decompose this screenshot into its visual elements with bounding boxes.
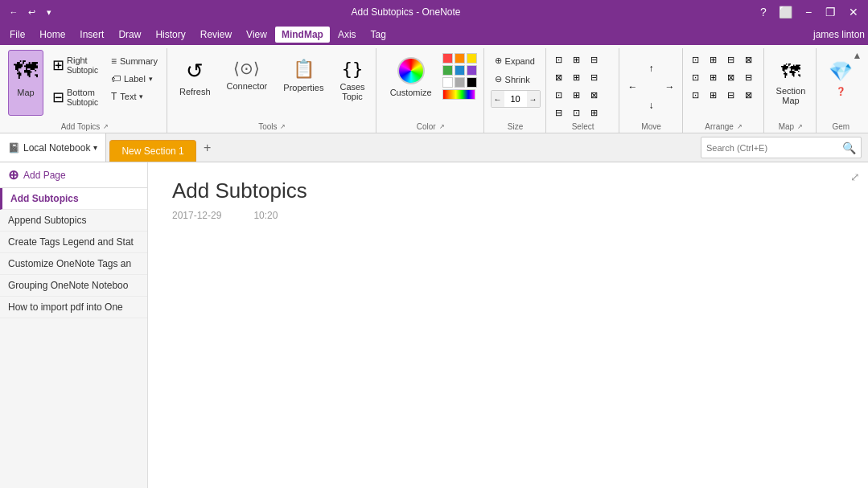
color-swatch-active[interactable] <box>442 89 475 100</box>
arrange-btn-4[interactable]: ⊠ <box>741 51 757 68</box>
select-btn-11[interactable]: ⊡ <box>569 105 585 121</box>
page-item-customize-onenote[interactable]: Customize OneNote Tags an <box>0 253 147 275</box>
dropdown-arrow[interactable]: ▾ <box>42 5 56 19</box>
map-button[interactable]: 🗺 Map <box>8 50 43 116</box>
restore-button[interactable]: ⬜ <box>778 4 794 20</box>
arrange-btn-12[interactable]: ⊠ <box>741 87 757 103</box>
minimize-button[interactable]: − <box>800 4 817 20</box>
move-left-button[interactable]: ← <box>624 78 642 96</box>
page-item-create-tags[interactable]: Create Tags Legend and Stat <box>0 232 147 253</box>
properties-icon: 📋 <box>293 59 315 80</box>
select-btn-6[interactable]: ⊟ <box>586 69 603 85</box>
notebook-selector[interactable]: 📓 Local Notebook ▾ <box>0 133 106 162</box>
arrange-expand-icon[interactable]: ↗ <box>737 123 743 130</box>
menu-mindmap[interactable]: MindMap <box>275 27 330 43</box>
arrange-btn-10[interactable]: ⊞ <box>706 87 722 103</box>
search-button[interactable]: 🔍 <box>842 141 856 154</box>
menu-draw[interactable]: Draw <box>112 27 147 43</box>
note-expand-button[interactable]: ⤢ <box>850 170 860 183</box>
text-button[interactable]: T Text ▾ <box>107 88 162 105</box>
move-up-button[interactable]: ↑ <box>643 59 660 77</box>
menu-view[interactable]: View <box>240 27 274 43</box>
label-button[interactable]: 🏷 Label ▾ <box>107 71 162 87</box>
select-btn-3[interactable]: ⊟ <box>586 51 603 68</box>
page-item-add-subtopics[interactable]: Add Subtopics <box>0 188 147 210</box>
move-down-button[interactable]: ↓ <box>643 96 660 114</box>
color-swatch-2[interactable] <box>455 53 465 64</box>
arrange-btn-1[interactable]: ⊡ <box>688 51 704 68</box>
note-content[interactable] <box>172 237 844 398</box>
arrange-btn-11[interactable]: ⊟ <box>723 87 739 103</box>
select-btn-12[interactable]: ⊞ <box>586 105 603 121</box>
select-btn-2[interactable]: ⊞ <box>569 51 585 68</box>
section-map-button[interactable]: 🗺 SectionMap <box>771 53 812 119</box>
undo-button[interactable]: ↩ <box>24 5 39 19</box>
menu-insert[interactable]: Insert <box>73 27 110 43</box>
color-swatch-4[interactable] <box>442 65 453 76</box>
page-item-append-subtopics[interactable]: Append Subtopics <box>0 210 147 232</box>
back-button[interactable]: ← <box>6 5 21 19</box>
gem-button[interactable]: 💎 ❓ <box>823 53 858 119</box>
maximize-button[interactable]: ❐ <box>823 4 839 20</box>
select-btn-9[interactable]: ⊠ <box>586 87 603 103</box>
add-topics-expand-icon[interactable]: ↗ <box>103 123 109 130</box>
right-subtopic-button[interactable]: ⊞ RightSubtopic <box>47 50 104 80</box>
select-btn-4[interactable]: ⊠ <box>551 69 567 85</box>
bottom-subtopic-button[interactable]: ⊟ BottomSubtopic <box>47 82 104 113</box>
customize-button[interactable]: Customize <box>385 50 438 116</box>
close-button[interactable]: ✕ <box>845 4 862 20</box>
size-increase-button[interactable]: → <box>527 91 540 107</box>
page-item-grouping[interactable]: Grouping OneNote Noteboo <box>0 275 147 297</box>
arrange-btn-2[interactable]: ⊞ <box>706 51 722 68</box>
add-page-button[interactable]: ⊕ Add Page <box>0 162 147 188</box>
color-swatch-5[interactable] <box>455 65 465 76</box>
color-swatch-6[interactable] <box>467 65 477 76</box>
select-btn-7[interactable]: ⊡ <box>551 87 567 103</box>
color-swatch-9[interactable] <box>467 77 477 88</box>
menu-review[interactable]: Review <box>194 27 238 43</box>
add-section-button[interactable]: + <box>198 138 217 158</box>
section-tab-new-section-1[interactable]: New Section 1 <box>109 140 195 162</box>
gem-help-button[interactable]: ❓ <box>832 84 849 98</box>
color-swatch-7[interactable] <box>442 77 453 88</box>
size-decrease-button[interactable]: ← <box>492 91 504 107</box>
select-btn-1[interactable]: ⊡ <box>551 51 567 68</box>
properties-button[interactable]: 📋 Properties <box>278 50 329 116</box>
menu-axis[interactable]: Axis <box>331 27 363 43</box>
color-swatch-8[interactable] <box>455 77 465 88</box>
arrange-btn-6[interactable]: ⊞ <box>706 69 722 85</box>
menu-tag[interactable]: Tag <box>364 27 393 43</box>
menu-home[interactable]: Home <box>33 27 72 43</box>
arrange-btn-5[interactable]: ⊡ <box>688 69 704 85</box>
select-btn-8[interactable]: ⊞ <box>569 87 585 103</box>
map-expand-icon[interactable]: ↗ <box>797 123 803 130</box>
ribbon-group-arrange: ⊡ ⊞ ⊟ ⊠ ⊡ ⊞ ⊠ ⊟ ⊡ ⊞ ⊟ ⊠ Arrange ↗ <box>685 48 764 133</box>
bottom-icon: ⊟ <box>52 88 64 106</box>
shrink-button[interactable]: ⊖ Shrink <box>491 72 541 87</box>
arrange-btn-3[interactable]: ⊟ <box>723 51 739 68</box>
move-right-button[interactable]: → <box>661 78 679 96</box>
ribbon-collapse-button[interactable]: ▲ <box>852 50 862 61</box>
color-swatch-3[interactable] <box>467 53 477 64</box>
arrange-btn-8[interactable]: ⊟ <box>741 69 757 85</box>
size-input[interactable] <box>504 94 527 104</box>
select-btn-5[interactable]: ⊞ <box>569 69 585 85</box>
arrange-btn-7[interactable]: ⊠ <box>723 69 739 85</box>
refresh-button[interactable]: ↺ Refresh <box>174 50 216 116</box>
help-button[interactable]: ? <box>755 4 771 20</box>
expand-button[interactable]: ⊕ Expand <box>491 53 541 68</box>
menu-history[interactable]: History <box>149 27 191 43</box>
tools-expand-icon[interactable]: ↗ <box>280 123 286 130</box>
move-center-button[interactable] <box>643 78 660 96</box>
connector-button[interactable]: ⟨⊙⟩ Connector <box>221 50 274 116</box>
select-btn-10[interactable]: ⊟ <box>551 105 567 121</box>
arrange-btn-9[interactable]: ⊡ <box>688 87 704 103</box>
color-expand-icon[interactable]: ↗ <box>439 123 445 130</box>
menu-file[interactable]: File <box>3 27 31 43</box>
cases-icon: {} <box>342 59 364 79</box>
search-input[interactable] <box>706 143 839 153</box>
summary-button[interactable]: ≡ Summary <box>107 53 162 69</box>
color-swatch-1[interactable] <box>442 53 453 64</box>
page-item-import-pdf[interactable]: How to import pdf into One <box>0 297 147 318</box>
cases-topic-button[interactable]: {} CasesTopic <box>334 50 370 116</box>
